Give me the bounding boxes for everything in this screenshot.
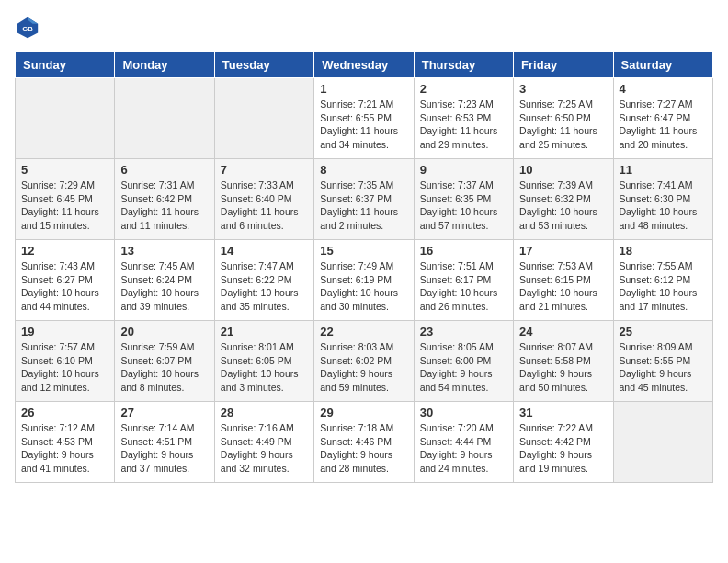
- logo-icon: GB: [15, 15, 40, 40]
- calendar-cell: [214, 78, 313, 159]
- day-info: Daylight: 10 hours and 26 minutes.: [420, 286, 507, 313]
- calendar-cell: 26Sunrise: 7:12 AMSunset: 4:53 PMDayligh…: [16, 402, 115, 483]
- day-info: Sunset: 6:40 PM: [221, 192, 308, 206]
- day-info: Sunrise: 7:14 AM: [120, 421, 208, 435]
- day-info: Daylight: 11 hours and 11 minutes.: [120, 205, 208, 232]
- day-info: Sunset: 6:19 PM: [320, 273, 407, 287]
- day-number: 23: [420, 325, 507, 339]
- calendar-cell: 15Sunrise: 7:49 AMSunset: 6:19 PMDayligh…: [314, 240, 414, 321]
- day-number: 2: [420, 82, 507, 96]
- day-info: Sunrise: 7:29 AM: [21, 178, 108, 192]
- day-info: Sunset: 4:49 PM: [221, 435, 308, 449]
- day-info: Sunset: 4:53 PM: [21, 435, 108, 449]
- day-info: Daylight: 11 hours and 25 minutes.: [519, 124, 607, 151]
- day-number: 9: [420, 163, 507, 177]
- day-number: 5: [21, 163, 108, 177]
- calendar-cell: 24Sunrise: 8:07 AMSunset: 5:58 PMDayligh…: [514, 321, 613, 402]
- calendar-cell: 2Sunrise: 7:23 AMSunset: 6:53 PMDaylight…: [414, 78, 513, 159]
- day-info: Sunrise: 7:12 AM: [21, 421, 108, 435]
- day-number: 11: [620, 163, 707, 177]
- day-info: Sunrise: 7:23 AM: [420, 98, 507, 111]
- calendar-cell: 21Sunrise: 8:01 AMSunset: 6:05 PMDayligh…: [214, 321, 313, 402]
- day-info: Daylight: 11 hours and 2 minutes.: [320, 205, 407, 232]
- day-info: Sunrise: 7:33 AM: [221, 178, 308, 192]
- day-info: Daylight: 9 hours and 32 minutes.: [221, 448, 308, 475]
- calendar-cell: 31Sunrise: 7:22 AMSunset: 4:42 PMDayligh…: [514, 402, 613, 483]
- day-info: Sunrise: 7:18 AM: [320, 421, 407, 435]
- day-info: Sunset: 6:32 PM: [519, 192, 607, 206]
- day-info: Daylight: 10 hours and 21 minutes.: [519, 286, 607, 313]
- calendar-cell: 19Sunrise: 7:57 AMSunset: 6:10 PMDayligh…: [16, 321, 115, 402]
- day-number: 1: [320, 82, 407, 96]
- day-header-saturday: Saturday: [613, 52, 712, 78]
- day-number: 31: [519, 406, 607, 419]
- day-info: Daylight: 9 hours and 50 minutes.: [519, 367, 607, 394]
- day-info: Sunset: 6:00 PM: [420, 354, 507, 368]
- day-info: Daylight: 9 hours and 28 minutes.: [320, 448, 407, 475]
- calendar-cell: 30Sunrise: 7:20 AMSunset: 4:44 PMDayligh…: [414, 402, 513, 483]
- day-info: Daylight: 11 hours and 20 minutes.: [620, 124, 707, 151]
- day-info: Sunset: 6:22 PM: [221, 273, 308, 287]
- day-info: Sunrise: 8:03 AM: [320, 340, 407, 354]
- day-info: Sunset: 4:51 PM: [120, 435, 208, 449]
- day-number: 25: [620, 325, 707, 339]
- day-info: Sunset: 6:27 PM: [21, 273, 108, 287]
- calendar-cell: [613, 402, 712, 483]
- calendar-week-4: 26Sunrise: 7:12 AMSunset: 4:53 PMDayligh…: [16, 402, 713, 483]
- calendar-cell: 20Sunrise: 7:59 AMSunset: 6:07 PMDayligh…: [115, 321, 214, 402]
- calendar: SundayMondayTuesdayWednesdayThursdayFrid…: [15, 52, 713, 483]
- day-info: Daylight: 10 hours and 12 minutes.: [21, 367, 108, 394]
- day-info: Daylight: 9 hours and 45 minutes.: [620, 367, 707, 394]
- day-header-wednesday: Wednesday: [314, 52, 414, 78]
- calendar-cell: 9Sunrise: 7:37 AMSunset: 6:35 PMDaylight…: [414, 159, 513, 240]
- day-header-tuesday: Tuesday: [214, 52, 313, 78]
- day-number: 30: [420, 406, 507, 419]
- calendar-week-2: 12Sunrise: 7:43 AMSunset: 6:27 PMDayligh…: [16, 240, 713, 321]
- day-number: 3: [519, 82, 607, 96]
- day-info: Sunrise: 7:20 AM: [420, 421, 507, 435]
- day-info: Daylight: 10 hours and 8 minutes.: [120, 367, 208, 394]
- day-number: 10: [519, 163, 607, 177]
- day-number: 21: [221, 325, 308, 339]
- day-info: Daylight: 9 hours and 24 minutes.: [420, 448, 507, 475]
- calendar-cell: 27Sunrise: 7:14 AMSunset: 4:51 PMDayligh…: [115, 402, 214, 483]
- calendar-cell: 7Sunrise: 7:33 AMSunset: 6:40 PMDaylight…: [214, 159, 313, 240]
- calendar-cell: 4Sunrise: 7:27 AMSunset: 6:47 PMDaylight…: [613, 78, 712, 159]
- day-info: Sunset: 4:42 PM: [519, 435, 607, 449]
- calendar-cell: 1Sunrise: 7:21 AMSunset: 6:55 PMDaylight…: [314, 78, 414, 159]
- day-info: Sunrise: 7:39 AM: [519, 178, 607, 192]
- day-info: Daylight: 9 hours and 59 minutes.: [320, 367, 407, 394]
- day-number: 27: [120, 406, 208, 419]
- day-info: Daylight: 10 hours and 48 minutes.: [620, 205, 707, 232]
- day-info: Sunset: 6:12 PM: [620, 273, 707, 287]
- day-info: Daylight: 9 hours and 37 minutes.: [120, 448, 208, 475]
- calendar-cell: 23Sunrise: 8:05 AMSunset: 6:00 PMDayligh…: [414, 321, 513, 402]
- logo: GB: [15, 15, 44, 40]
- day-info: Daylight: 11 hours and 15 minutes.: [21, 205, 108, 232]
- day-info: Sunrise: 8:07 AM: [519, 340, 607, 354]
- day-info: Sunset: 6:07 PM: [120, 354, 208, 368]
- calendar-cell: 3Sunrise: 7:25 AMSunset: 6:50 PMDaylight…: [514, 78, 613, 159]
- calendar-cell: 16Sunrise: 7:51 AMSunset: 6:17 PMDayligh…: [414, 240, 513, 321]
- page-header: GB: [15, 15, 713, 40]
- day-number: 17: [519, 244, 607, 258]
- calendar-header-row: SundayMondayTuesdayWednesdayThursdayFrid…: [16, 52, 713, 78]
- day-info: Sunrise: 7:16 AM: [221, 421, 308, 435]
- day-header-friday: Friday: [514, 52, 613, 78]
- calendar-week-1: 5Sunrise: 7:29 AMSunset: 6:45 PMDaylight…: [16, 159, 713, 240]
- day-info: Daylight: 9 hours and 54 minutes.: [420, 367, 507, 394]
- day-info: Sunset: 6:15 PM: [519, 273, 607, 287]
- day-info: Sunset: 4:44 PM: [420, 435, 507, 449]
- day-number: 12: [21, 244, 108, 258]
- day-number: 28: [221, 406, 308, 419]
- day-info: Sunrise: 7:22 AM: [519, 421, 607, 435]
- day-number: 24: [519, 325, 607, 339]
- day-info: Sunset: 6:55 PM: [320, 111, 407, 125]
- day-info: Sunset: 6:24 PM: [120, 273, 208, 287]
- day-info: Daylight: 10 hours and 17 minutes.: [620, 286, 707, 313]
- day-number: 15: [320, 244, 407, 258]
- day-info: Sunset: 6:35 PM: [420, 192, 507, 206]
- day-info: Daylight: 10 hours and 39 minutes.: [120, 286, 208, 313]
- day-info: Sunset: 4:46 PM: [320, 435, 407, 449]
- day-number: 22: [320, 325, 407, 339]
